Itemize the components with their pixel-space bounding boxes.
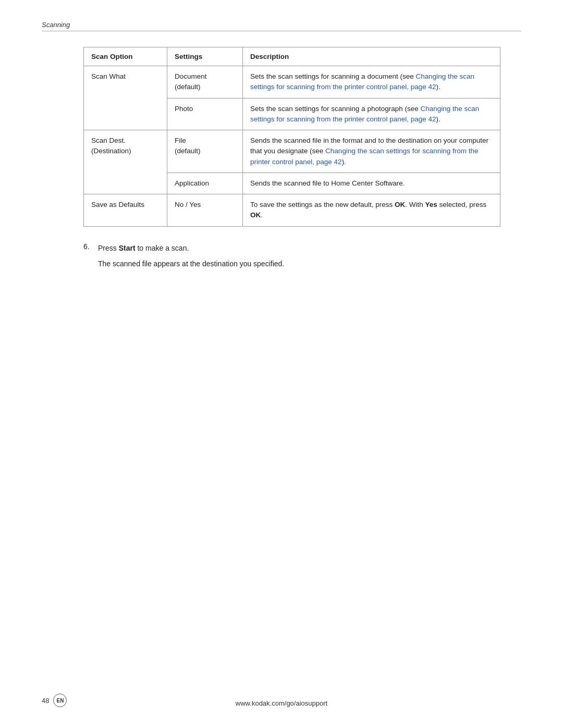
scan-options-table: Scan Option Settings Description Scan Wh…: [83, 47, 500, 227]
step-6-line: 6. Press Start to make a scan.: [83, 242, 521, 254]
col-header-option: Scan Option: [84, 47, 167, 66]
table-row: Scan What Document(default) Sets the sca…: [84, 66, 500, 98]
link-document[interactable]: Changing the scan settings for scanning …: [250, 72, 474, 91]
header-section: Scanning: [42, 21, 521, 31]
option-save-defaults: Save as Defaults: [84, 194, 167, 227]
desc-photo: Sets the scan settings for scanning a ph…: [243, 98, 500, 130]
table-header-row: Scan Option Settings Description: [84, 47, 500, 66]
desc-save-defaults: To save the settings as the new default,…: [243, 194, 500, 227]
bold-ok-2: OK: [250, 211, 261, 219]
step-section: 6. Press Start to make a scan. The scann…: [83, 242, 521, 270]
step-subtext: The scanned file appears at the destinat…: [98, 258, 521, 269]
table-row: Scan Dest.(Destination) File(default) Se…: [84, 130, 500, 173]
table-wrapper: Scan Option Settings Description Scan Wh…: [83, 47, 500, 227]
setting-no-yes: No / Yes: [167, 194, 243, 227]
footer-url: www.kodak.com/go/aiosupport: [236, 699, 327, 707]
page-container: Scanning Scan Option Settings Descriptio…: [0, 0, 563, 728]
link-photo[interactable]: Changing the scan settings for scanning …: [250, 105, 479, 123]
setting-photo: Photo: [167, 98, 243, 130]
setting-application: Application: [167, 172, 243, 194]
desc-document: Sets the scan settings for scanning a do…: [243, 66, 500, 98]
desc-application: Sends the scanned file to Home Center So…: [243, 172, 500, 194]
bold-yes: Yes: [425, 201, 437, 208]
step-number: 6.: [83, 242, 98, 251]
col-header-description: Description: [243, 47, 500, 66]
desc-file: Sends the scanned file in the format and…: [243, 130, 500, 173]
footer: www.kodak.com/go/aiosupport: [0, 699, 563, 707]
table-row: Save as Defaults No / Yes To save the se…: [84, 194, 500, 227]
col-header-settings: Settings: [167, 47, 243, 66]
setting-document: Document(default): [167, 66, 243, 98]
link-file[interactable]: Changing the scan settings for scanning …: [250, 147, 479, 165]
option-scan-dest: Scan Dest.(Destination): [84, 130, 167, 194]
option-scan-what: Scan What: [84, 66, 167, 130]
setting-file: File(default): [167, 130, 243, 173]
step-text: Press Start to make a scan.: [98, 242, 189, 254]
bold-ok-1: OK: [395, 201, 405, 208]
header-title: Scanning: [42, 21, 70, 29]
bold-start: Start: [119, 244, 136, 252]
